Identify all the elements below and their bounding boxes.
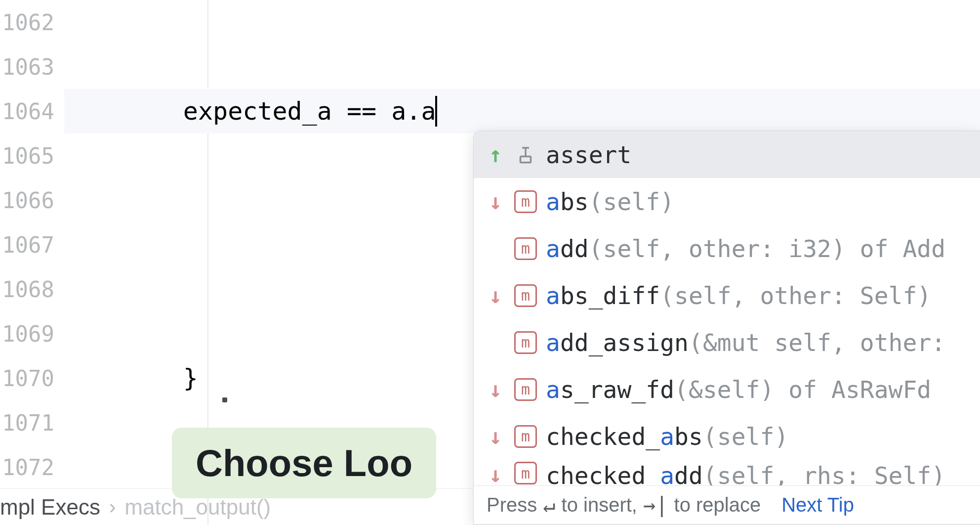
footer-text: to replace: [674, 494, 761, 516]
autocomplete-label: abs(self): [546, 188, 674, 216]
text-cursor: [435, 96, 437, 127]
autocomplete-footer: Press ↵ to insert, →| to replace Next Ti…: [474, 485, 980, 524]
code-line[interactable]: [64, 0, 980, 44]
line-number: 1064: [0, 89, 64, 133]
autocomplete-item[interactable]: ↓ m checked_abs(self): [474, 413, 980, 460]
line-number: 1067: [0, 222, 64, 267]
method-icon: m: [514, 190, 537, 213]
autocomplete-item[interactable]: ↓ m checked_add(self, rhs: Self): [474, 460, 980, 485]
enter-key-icon: ↵: [543, 493, 555, 517]
method-icon: m: [514, 378, 537, 401]
next-tip-link[interactable]: Next Tip: [781, 494, 854, 516]
svg-rect-0: [521, 156, 531, 162]
method-icon: m: [514, 462, 537, 484]
line-number: 1062: [0, 0, 64, 44]
autocomplete-item[interactable]: ↓ m abs(self): [474, 178, 980, 225]
rank-none-icon: ·: [486, 330, 505, 355]
line-number: 1066: [0, 178, 64, 222]
method-icon: m: [514, 425, 537, 448]
line-number-gutter: 1062 1063 1064 1065 1066 1067 1068 1069 …: [0, 0, 64, 489]
autocomplete-popup[interactable]: ↑ assert ↓ m abs(self) · m add(self, oth…: [473, 131, 980, 525]
line-number: 1065: [0, 133, 64, 178]
autocomplete-item[interactable]: · m add(self, other: i32) of Add: [474, 225, 980, 272]
autocomplete-label: checked_abs(self): [546, 423, 788, 450]
line-number: 1072: [0, 445, 64, 489]
autocomplete-label: as_raw_fd(&self) of AsRawFd: [546, 376, 931, 403]
autocomplete-label: add_assign(&mut self, other:: [546, 329, 945, 356]
rank-up-icon: ↑: [486, 142, 505, 167]
method-icon: m: [514, 284, 537, 307]
tab-key-icon: →|: [643, 493, 668, 517]
method-icon: m: [514, 237, 537, 260]
code-text: expected_a == a.a: [64, 97, 436, 126]
fold-marker-icon[interactable]: [222, 397, 227, 402]
line-number: 1063: [0, 44, 64, 89]
hint-text: Choose Loo: [196, 442, 412, 484]
rank-none-icon: ·: [486, 236, 505, 261]
autocomplete-item[interactable]: · m add_assign(&mut self, other:: [474, 319, 980, 366]
method-icon: m: [514, 331, 537, 354]
rank-down-icon: ↓: [486, 377, 505, 402]
breadcrumb-item[interactable]: mpl Execs: [0, 495, 100, 520]
chevron-right-icon: ›: [109, 496, 116, 518]
autocomplete-label: abs_diff(self, other: Self): [546, 282, 931, 309]
line-number: 1071: [0, 400, 64, 445]
autocomplete-item[interactable]: ↓ m abs_diff(self, other: Self): [474, 272, 980, 319]
autocomplete-label: assert: [546, 141, 631, 169]
line-number: 1070: [0, 356, 64, 400]
rank-down-icon: ↓: [486, 462, 505, 485]
line-number: 1069: [0, 311, 64, 356]
breadcrumb-item[interactable]: match_output(): [124, 495, 271, 520]
line-number: 1068: [0, 267, 64, 311]
autocomplete-label: add(self, other: i32) of Add: [546, 235, 945, 262]
footer-text: Press: [487, 494, 537, 516]
footer-text: to insert,: [562, 494, 637, 516]
code-line[interactable]: [64, 44, 980, 89]
autocomplete-item[interactable]: ↓ m as_raw_fd(&self) of AsRawFd: [474, 366, 980, 413]
rank-down-icon: ↓: [486, 424, 505, 449]
autocomplete-label: checked_add(self, rhs: Self): [546, 462, 945, 485]
code-line-active[interactable]: expected_a == a.a: [64, 89, 980, 133]
autocomplete-item[interactable]: ↑ assert: [474, 131, 980, 178]
rank-down-icon: ↓: [486, 283, 505, 308]
rank-down-icon: ↓: [486, 189, 505, 214]
hint-banner: Choose Loo: [172, 428, 436, 498]
template-icon: [514, 143, 537, 166]
